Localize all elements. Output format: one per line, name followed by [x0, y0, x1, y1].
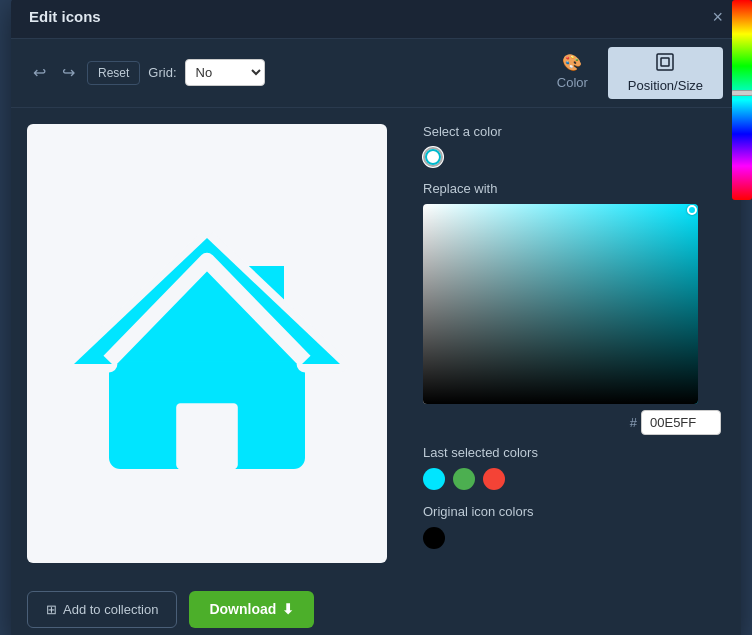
last-colors-row — [423, 468, 721, 490]
hex-input[interactable] — [641, 410, 721, 435]
icon-preview — [27, 124, 387, 563]
add-to-collection-button[interactable]: ⊞ Add to collection — [27, 591, 177, 628]
svg-rect-1 — [661, 58, 669, 66]
svg-rect-0 — [657, 54, 673, 70]
color-gradient[interactable] — [423, 204, 698, 404]
tab-color[interactable]: 🎨 Color — [537, 47, 608, 99]
last-selected-label: Last selected colors — [423, 445, 721, 460]
position-size-tab-icon — [656, 53, 674, 75]
original-colors-row — [423, 527, 721, 549]
hue-slider — [732, 0, 741, 200]
reset-button[interactable]: Reset — [87, 61, 140, 85]
color-tab-icon: 🎨 — [562, 53, 582, 72]
last-color-cyan[interactable] — [423, 468, 445, 490]
modal-title: Edit icons — [29, 8, 101, 25]
download-label: Download — [209, 601, 276, 617]
toolbar: ↩ ↪ Reset Grid: No Yes 🎨 Color — [11, 39, 741, 108]
select-color-label: Select a color — [423, 124, 721, 139]
edit-icons-modal: Edit icons × ↩ ↪ Reset Grid: No Yes 🎨 Co… — [11, 0, 741, 635]
color-tab-label: Color — [557, 75, 588, 90]
svg-rect-8 — [178, 405, 237, 469]
original-label: Original icon colors — [423, 504, 721, 519]
close-button[interactable]: × — [712, 8, 723, 26]
position-size-tab-label: Position/Size — [628, 78, 703, 93]
replace-with-label: Replace with — [423, 181, 721, 196]
hex-input-row: # — [423, 410, 721, 435]
redo-button[interactable]: ↪ — [58, 59, 79, 86]
add-collection-label: Add to collection — [63, 602, 158, 617]
color-picker-row — [423, 204, 721, 404]
grid-label: Grid: — [148, 65, 176, 80]
undo-button[interactable]: ↩ — [29, 59, 50, 86]
last-color-red[interactable] — [483, 468, 505, 490]
download-icon: ⬇ — [282, 601, 294, 617]
tab-position-size[interactable]: Position/Size — [608, 47, 723, 99]
color-swatch-cyan[interactable] — [423, 147, 443, 167]
toolbar-left: ↩ ↪ Reset Grid: No Yes — [29, 59, 529, 86]
select-color-row — [423, 147, 721, 167]
download-button[interactable]: Download ⬇ — [189, 591, 314, 628]
house-icon-preview — [67, 208, 347, 478]
grid-select[interactable]: No Yes — [185, 59, 265, 86]
color-panel: Select a color Replace with # — [403, 108, 741, 579]
modal-header: Edit icons × — [11, 0, 741, 39]
redo-icon: ↪ — [62, 63, 75, 82]
add-collection-icon: ⊞ — [46, 602, 57, 617]
gradient-handle[interactable] — [687, 205, 697, 215]
hash-symbol: # — [630, 415, 637, 430]
original-color-black[interactable] — [423, 527, 445, 549]
gradient-dark — [423, 204, 698, 404]
tabs: 🎨 Color Position/Size — [537, 47, 723, 99]
hue-handle[interactable] — [732, 90, 741, 96]
modal-body: Select a color Replace with # — [11, 108, 741, 579]
modal-footer: ⊞ Add to collection Download ⬇ — [11, 579, 741, 636]
hue-slider-container[interactable] — [732, 0, 741, 200]
last-color-green[interactable] — [453, 468, 475, 490]
undo-icon: ↩ — [33, 63, 46, 82]
